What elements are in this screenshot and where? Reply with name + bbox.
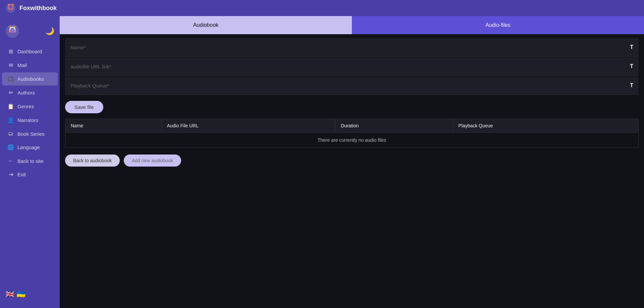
form-area: T T T	[65, 34, 639, 95]
save-button-row: Save file	[65, 96, 639, 119]
playback-queue-field-icon: T	[630, 82, 633, 88]
sidebar-item-mail[interactable]: ✉ Mail	[2, 59, 58, 72]
bottom-buttons-row: Back to audiobook Add new audiobook	[65, 148, 639, 167]
sidebar-item-genres[interactable]: 📋 Genres	[2, 100, 58, 113]
name-input[interactable]	[70, 45, 630, 50]
sidebar-label-dashboard: Dashboard	[17, 49, 42, 54]
sidebar-label-language: Language	[17, 144, 40, 150]
name-field-row: T	[65, 38, 639, 57]
table-empty-row: There are currently no audio files	[65, 133, 639, 148]
audio-files-table: Name Audio File URL Duration Playback Qu…	[65, 119, 639, 148]
exit-icon: ⇥	[7, 171, 14, 178]
back-to-audiobook-button[interactable]: Back to audiobook	[65, 155, 120, 167]
globe-icon: 🌐	[7, 144, 14, 150]
playback-queue-field-row: T	[65, 76, 639, 95]
audiofile-url-field-row: T	[65, 57, 639, 76]
book-icon: 📋	[7, 103, 14, 110]
sidebar-item-back-to-site[interactable]: ← Back to site	[2, 155, 58, 167]
audiofile-url-input[interactable]	[70, 64, 630, 69]
col-header-name: Name	[65, 119, 162, 133]
sidebar-nav: ⊞ Dashboard ✉ Mail 🎧 Audiobooks ✏ Author…	[0, 45, 60, 286]
sidebar-item-language[interactable]: 🌐 Language	[2, 141, 58, 154]
pencil-icon: ✏	[7, 89, 14, 96]
sidebar-label-mail: Mail	[17, 62, 27, 68]
sidebar-label-authors: Authors	[17, 90, 35, 96]
flag-gb[interactable]: 🇬🇧	[5, 290, 14, 299]
grid-icon: ⊞	[7, 48, 14, 55]
sidebar-label-back-to-site: Back to site	[17, 158, 44, 164]
name-field-icon: T	[630, 44, 633, 50]
mail-icon: ✉	[7, 62, 14, 68]
theme-toggle-icon[interactable]: 🌙	[45, 27, 54, 36]
col-header-audio-file-url: Audio File URL	[161, 119, 335, 133]
tab-audio-files[interactable]: Audio-files	[352, 16, 644, 34]
topbar: Foxwithbook	[0, 0, 644, 16]
empty-message: There are currently no audio files	[65, 133, 639, 148]
sidebar-header: 🌙	[0, 21, 60, 45]
sidebar-item-book-series[interactable]: 🗂 Book Series	[2, 127, 58, 140]
folder-icon: 🗂	[7, 131, 14, 137]
avatar-icon	[5, 24, 19, 38]
audiofile-url-field-icon: T	[630, 63, 633, 69]
headphones-icon: 🎧	[7, 76, 14, 82]
tab-bar: Audiobook Audio-files	[60, 16, 644, 34]
person-icon: 👤	[7, 117, 14, 123]
arrow-left-icon: ←	[7, 158, 14, 164]
flag-ua[interactable]: 🇺🇦	[16, 290, 25, 299]
sidebar-label-genres: Genres	[17, 104, 34, 109]
fox-logo-icon	[5, 3, 16, 13]
sidebar-label-book-series: Book Series	[17, 131, 45, 137]
language-flags: 🇬🇧 🇺🇦	[0, 286, 60, 303]
svg-rect-3	[12, 8, 13, 10]
col-header-duration: Duration	[335, 119, 453, 133]
col-header-playback-queue: Playback Queue	[453, 119, 638, 133]
svg-rect-9	[14, 30, 16, 33]
sidebar-item-dashboard[interactable]: ⊞ Dashboard	[2, 45, 58, 58]
sidebar-item-narrators[interactable]: 👤 Narrators	[2, 114, 58, 127]
save-file-button[interactable]: Save file	[65, 101, 103, 113]
sidebar-item-authors[interactable]: ✏ Authors	[2, 86, 58, 99]
app-title: Foxwithbook	[19, 5, 57, 12]
svg-rect-2	[8, 8, 10, 10]
sidebar-label-exit: Exit	[17, 172, 26, 177]
content-area: Audiobook Audio-files T T T	[60, 16, 644, 308]
sidebar: 🌙 ⊞ Dashboard ✉ Mail 🎧 Audiobooks ✏ Auth…	[0, 16, 60, 308]
playback-queue-input[interactable]	[70, 83, 630, 88]
tab-audiobook[interactable]: Audiobook	[60, 16, 352, 34]
svg-rect-8	[9, 30, 10, 33]
sidebar-label-narrators: Narrators	[17, 117, 39, 123]
sidebar-item-exit[interactable]: ⇥ Exit	[2, 168, 58, 181]
sidebar-label-audiobooks: Audiobooks	[17, 76, 44, 82]
content-inner: T T T Save file Name	[60, 34, 644, 308]
add-new-audiobook-button[interactable]: Add new audiobook	[124, 155, 181, 167]
sidebar-item-audiobooks[interactable]: 🎧 Audiobooks	[2, 72, 58, 85]
